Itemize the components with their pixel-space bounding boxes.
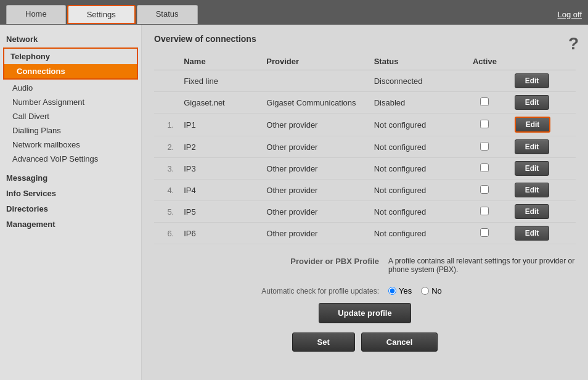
row-provider [261,70,369,92]
active-checkbox[interactable] [480,142,489,151]
active-checkbox[interactable] [480,228,489,237]
section-title: Overview of connections [154,34,576,44]
row-provider: Other provider [261,201,369,223]
radio-group: Yes No [388,286,442,295]
radio-yes[interactable] [388,287,396,295]
radio-no-label[interactable]: No [421,286,442,295]
row-status: Disconnected [369,70,460,92]
active-checkbox[interactable] [480,120,489,128]
row-num: 2. [154,136,179,158]
col-provider: Provider [261,53,369,70]
log-off-link[interactable]: Log off [557,10,582,19]
radio-no-text: No [431,286,442,295]
col-action [510,53,576,70]
row-name: Gigaset.net [179,92,261,114]
table-row: 5.IP5Other providerNot configuredEdit [154,201,576,223]
table-row: 2.IP2Other providerNot configuredEdit [154,136,576,158]
row-status: Not configured [369,180,460,201]
sidebar-item-advanced-voip[interactable]: Advanced VoIP Settings [0,152,141,166]
active-checkbox[interactable] [480,185,489,194]
radio-no[interactable] [421,287,429,295]
edit-button[interactable]: Edit [515,95,550,110]
profile-section-label: Provider or PBX Profile [154,257,388,280]
row-active [460,136,509,158]
cancel-button[interactable]: Cancel [361,332,438,352]
row-provider: Other provider [261,180,369,201]
content-area: Overview of connections Name Provider St… [142,25,588,380]
table-row: 4.IP4Other providerNot configuredEdit [154,180,576,201]
row-action: Edit [510,70,576,92]
sidebar-item-dialling-plans[interactable]: Dialling Plans [0,123,141,138]
radio-yes-label[interactable]: Yes [388,286,412,295]
row-name: IP6 [179,223,261,244]
update-profile-container: Update profile [154,303,576,323]
profile-section-content: A profile contains all relevant settings… [388,257,576,280]
sidebar-item-call-divert[interactable]: Call Divert [0,109,141,123]
auto-check-row: Automatic check for profile updates: Yes… [154,286,576,295]
col-status: Status [369,53,460,70]
edit-button[interactable]: Edit [515,117,551,133]
connections-table: Name Provider Status Active Fixed lineDi… [154,53,576,244]
col-name: Name [179,53,261,70]
row-name: IP5 [179,201,261,223]
row-action: Edit [510,92,576,114]
edit-button[interactable]: Edit [515,204,550,219]
row-name: IP1 [179,114,261,136]
edit-button[interactable]: Edit [515,73,550,88]
sidebar-item-audio[interactable]: Audio [0,81,141,95]
row-num: 1. [154,114,179,136]
row-name: IP4 [179,180,261,201]
row-status: Not configured [369,114,460,136]
main-container: Network Telephony Connections Audio Numb… [0,25,588,380]
row-provider: Other provider [261,223,369,244]
sidebar-item-telephony[interactable]: Telephony [4,49,137,64]
row-provider: Other provider [261,114,369,136]
profile-info-text: A profile contains all relevant settings… [388,257,576,274]
active-checkbox[interactable] [480,207,489,215]
profile-section: Provider or PBX Profile A profile contai… [154,257,576,280]
sidebar-section-network: Network [0,31,141,46]
row-status: Not configured [369,223,460,244]
nav-tabs: Home Settings Status [6,5,198,24]
top-nav: Home Settings Status Log off [0,0,588,25]
sidebar-item-network-mailboxes[interactable]: Network mailboxes [0,138,141,152]
tab-settings[interactable]: Settings [67,5,136,24]
tab-home[interactable]: Home [6,5,66,24]
row-active [460,70,509,92]
sidebar-section-directories: Directories [0,200,141,216]
row-num: 5. [154,201,179,223]
edit-button[interactable]: Edit [515,139,550,154]
edit-button[interactable]: Edit [515,183,550,197]
row-status: Not configured [369,136,460,158]
table-row: 6.IP6Other providerNot configuredEdit [154,223,576,244]
active-checkbox[interactable] [480,163,489,172]
update-profile-button[interactable]: Update profile [319,303,410,323]
row-action: Edit [510,114,576,136]
row-name: IP3 [179,158,261,180]
row-active [460,114,509,136]
row-name: IP2 [179,136,261,158]
table-row: 1.IP1Other providerNot configuredEdit [154,114,576,136]
edit-button[interactable]: Edit [515,161,550,176]
row-active [460,92,509,114]
set-button[interactable]: Set [292,332,355,352]
row-action: Edit [510,223,576,244]
sidebar-section-management: Management [0,216,141,231]
row-num: 4. [154,180,179,201]
sidebar-item-connections[interactable]: Connections [4,64,137,78]
tab-status[interactable]: Status [137,5,198,24]
help-icon[interactable]: ? [568,34,579,54]
row-active [460,223,509,244]
row-active [460,180,509,201]
edit-button[interactable]: Edit [515,226,550,241]
telephony-box: Telephony Connections [3,48,138,80]
sidebar-item-number-assignment[interactable]: Number Assignment [0,95,141,109]
active-checkbox[interactable] [480,97,489,106]
row-action: Edit [510,180,576,201]
row-provider: Gigaset Communications [261,92,369,114]
col-num [154,53,179,70]
row-action: Edit [510,201,576,223]
row-num: 6. [154,223,179,244]
row-active [460,158,509,180]
row-provider: Other provider [261,136,369,158]
